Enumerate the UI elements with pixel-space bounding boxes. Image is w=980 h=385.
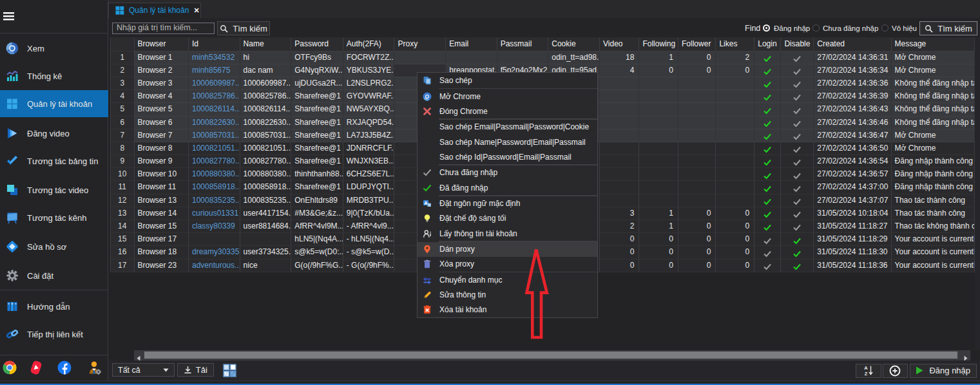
svg-text:Z: Z [865, 371, 868, 377]
svg-text:文: 文 [427, 203, 430, 207]
